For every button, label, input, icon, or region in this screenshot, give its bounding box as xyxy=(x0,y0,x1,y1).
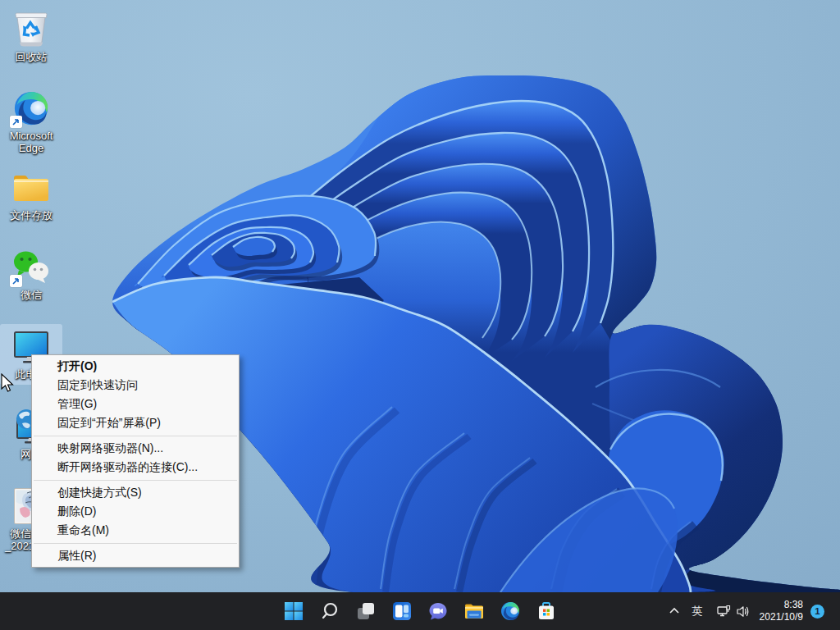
file-explorer-button[interactable] xyxy=(458,595,491,628)
start-button[interactable] xyxy=(277,595,310,628)
clock[interactable]: 8:38 2021/10/9 xyxy=(750,599,807,623)
widgets-icon xyxy=(392,601,412,621)
context-menu: 打开(O) 固定到快速访问 管理(G) 固定到“开始”屏幕(P) 映射网络驱动器… xyxy=(31,354,240,568)
ime-label: 英 xyxy=(692,604,703,619)
volume-icon xyxy=(736,605,750,619)
wechat-icon xyxy=(11,248,51,287)
menu-item-rename[interactable]: 重命名(M) xyxy=(32,521,239,540)
icon-label: 回收站 xyxy=(16,51,48,63)
taskbar: 英 8:38 2021/10/9 1 xyxy=(0,592,840,630)
chevron-up-icon xyxy=(669,605,680,617)
icon-label: 文件存放 xyxy=(10,209,52,221)
icon-label-line2: Edge xyxy=(19,142,43,154)
widgets-button[interactable] xyxy=(386,595,418,628)
notification-badge[interactable]: 1 xyxy=(810,605,824,619)
windows-logo-icon xyxy=(284,601,304,621)
menu-item-properties[interactable]: 属性(R) xyxy=(32,546,239,565)
search-icon xyxy=(320,601,340,621)
menu-separator xyxy=(34,436,237,436)
tray-time: 8:38 xyxy=(750,599,803,611)
menu-separator xyxy=(34,543,237,544)
desktop-icon-microsoft-edge[interactable]: Microsoft Edge xyxy=(0,85,62,154)
task-view-icon xyxy=(356,601,376,621)
notification-count: 1 xyxy=(815,606,819,616)
menu-item-pin-to-start[interactable]: 固定到“开始”屏幕(P) xyxy=(32,413,239,432)
edge-icon xyxy=(11,89,51,128)
menu-item-open[interactable]: 打开(O) xyxy=(32,357,239,376)
desktop-icon-files-folder[interactable]: 文件存放 xyxy=(0,165,62,221)
menu-separator xyxy=(34,480,237,481)
taskbar-tray: 英 8:38 2021/10/9 1 xyxy=(664,592,840,630)
edge-icon xyxy=(500,601,520,621)
icon-label: Microsoft xyxy=(10,130,53,142)
menu-item-map-network-drive[interactable]: 映射网络驱动器(N)... xyxy=(32,439,239,458)
hardware-indicators[interactable] xyxy=(709,595,750,628)
ime-indicator[interactable]: 英 xyxy=(687,595,707,628)
mouse-cursor xyxy=(1,373,15,396)
store-icon xyxy=(536,601,556,621)
shortcut-arrow-icon xyxy=(10,116,22,128)
shortcut-arrow-icon xyxy=(10,275,22,287)
menu-item-create-shortcut[interactable]: 创建快捷方式(S) xyxy=(32,483,239,502)
desktop-icon-recycle-bin[interactable]: 回收站 xyxy=(0,7,62,63)
chat-icon xyxy=(428,601,448,621)
edge-button[interactable] xyxy=(494,595,527,628)
recycle-bin-icon xyxy=(11,10,51,49)
store-button[interactable] xyxy=(530,595,563,628)
tray-date: 2021/10/9 xyxy=(750,611,803,623)
search-button[interactable] xyxy=(313,595,346,628)
tray-overflow-button[interactable] xyxy=(664,595,684,628)
menu-item-disconnect-network-drive[interactable]: 断开网络驱动器的连接(C)... xyxy=(32,458,239,477)
file-explorer-icon xyxy=(464,601,484,621)
menu-item-delete[interactable]: 删除(D) xyxy=(32,502,239,521)
task-view-button[interactable] xyxy=(349,595,382,628)
folder-icon xyxy=(11,168,51,208)
network-icon xyxy=(717,605,731,619)
desktop-icon-wechat[interactable]: 微信 xyxy=(0,244,62,301)
menu-item-manage[interactable]: 管理(G) xyxy=(32,395,239,413)
icon-label: 微信 xyxy=(21,289,42,301)
chat-button[interactable] xyxy=(422,595,454,628)
menu-item-pin-quick-access[interactable]: 固定到快速访问 xyxy=(32,376,239,395)
